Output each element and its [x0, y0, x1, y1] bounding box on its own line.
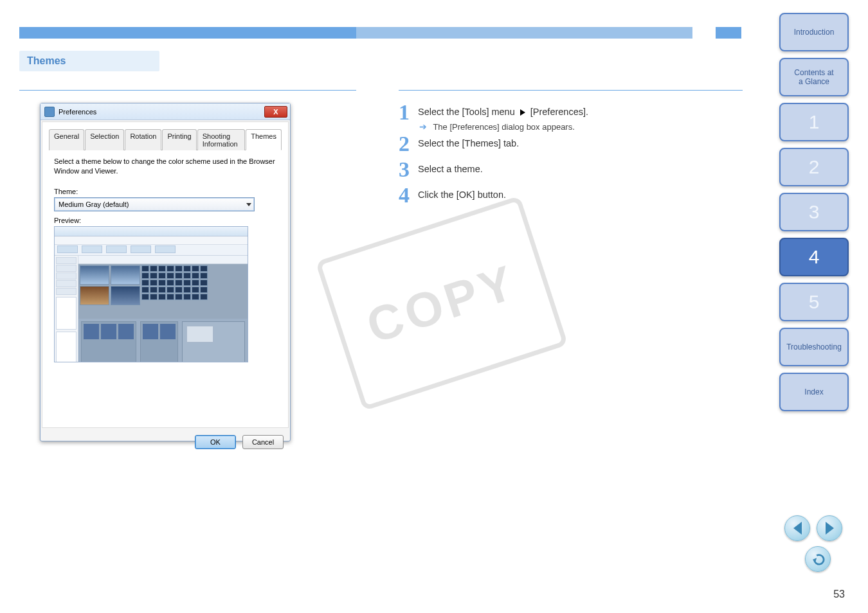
close-icon: X [273, 108, 278, 116]
tab-printing[interactable]: Printing [162, 129, 196, 150]
step-text: Select a theme. [418, 159, 736, 175]
nav-index[interactable]: Index [779, 373, 849, 411]
nav-column: Introduction Contents at a Glance 1 2 3 … [779, 13, 849, 411]
tab-content: Select a theme below to change the color… [49, 150, 282, 365]
ok-button[interactable]: OK [195, 435, 236, 449]
copy-watermark: COPY [315, 195, 568, 411]
nav-step-1[interactable]: 1 [779, 103, 849, 141]
return-icon [811, 552, 825, 566]
nav-number: 5 [809, 291, 820, 313]
step-text: Click the [OK] button. [418, 184, 736, 201]
step-number: 2 [399, 133, 418, 155]
watermark-text: COPY [360, 253, 524, 354]
divider-left [19, 90, 356, 91]
dialog-buttons: OK Cancel [41, 429, 290, 455]
nav-troubleshooting[interactable]: Troubleshooting [779, 328, 849, 366]
header-bar [19, 27, 692, 39]
nav-introduction[interactable]: Introduction [779, 13, 849, 51]
step-4: 4 Click the [OK] button. [399, 184, 736, 210]
steps-list: 1 Select the [Tools] menu [Preferences].… [399, 102, 736, 210]
step-number: 1 [399, 102, 418, 123]
prev-page-button[interactable] [784, 515, 810, 541]
page-number: 53 [833, 589, 845, 600]
step-3: 3 Select a theme. [399, 159, 736, 184]
section-heading-label: Themes [19, 55, 66, 66]
tab-selection[interactable]: Selection [85, 129, 124, 150]
nav-step-5[interactable]: 5 [779, 283, 849, 321]
theme-dropdown[interactable]: Medium Gray (default) [54, 197, 255, 211]
nav-step-2[interactable]: 2 [779, 148, 849, 186]
theme-label: Theme: [54, 188, 276, 195]
theme-selected-value: Medium Gray (default) [59, 200, 129, 208]
preview-label: Preview: [54, 217, 276, 224]
step-text: Select the [Themes] tab. [418, 133, 736, 150]
explain-text: Select a theme below to change the color… [54, 157, 276, 176]
dialog-body: General Selection Rotation Printing Shoo… [42, 121, 289, 428]
step-number: 3 [399, 159, 418, 181]
page-arrows [784, 515, 842, 541]
step-text-post: [Preferences]. [530, 107, 588, 117]
nav-number: 1 [809, 111, 820, 133]
step-text-pre: Select the [Tools] menu [418, 107, 518, 117]
section-heading: Themes [19, 51, 159, 71]
step-bullet: ➔ The [Preferences] dialog box appears. [418, 121, 736, 133]
return-button[interactable] [805, 546, 831, 572]
close-button[interactable]: X [264, 106, 287, 118]
step-bullet-text: The [Preferences] dialog box appears. [433, 122, 574, 132]
triangle-right-icon [826, 522, 834, 535]
triangle-left-icon [793, 522, 802, 535]
nav-contents[interactable]: Contents at a Glance [779, 58, 849, 96]
preferences-dialog: Preferences X General Selection Rotation… [40, 103, 291, 441]
cancel-button[interactable]: Cancel [242, 435, 284, 449]
nav-label: Contents at a Glance [794, 68, 833, 86]
step-number: 4 [399, 184, 418, 206]
arrow-icon: ➔ [418, 115, 431, 132]
step-2: 2 Select the [Themes] tab. [399, 133, 736, 159]
tabs: General Selection Rotation Printing Shoo… [49, 129, 282, 150]
nav-number: 2 [809, 156, 820, 178]
header-bar-right-segment [716, 27, 741, 39]
tab-themes[interactable]: Themes [246, 129, 282, 150]
nav-label: Troubleshooting [786, 342, 842, 351]
nav-step-3[interactable]: 3 [779, 193, 849, 231]
menu-arrow-icon [520, 109, 525, 116]
dialog-titlebar: Preferences X [41, 103, 290, 120]
nav-step-4[interactable]: 4 [779, 238, 849, 276]
next-page-button[interactable] [817, 515, 842, 541]
step-text: Select the [Tools] menu [Preferences]. ➔… [418, 102, 736, 133]
tab-general[interactable]: General [49, 129, 84, 150]
nav-number: 3 [809, 201, 820, 223]
nav-label: Introduction [794, 28, 835, 37]
chevron-down-icon [246, 203, 251, 206]
dialog-title: Preferences [59, 108, 96, 116]
app-icon [44, 107, 55, 117]
step-1: 1 Select the [Tools] menu [Preferences].… [399, 102, 736, 133]
divider-right [399, 90, 743, 91]
tab-shooting-info[interactable]: Shooting Information [197, 129, 246, 150]
tab-rotation[interactable]: Rotation [125, 129, 161, 150]
nav-number: 4 [809, 246, 820, 268]
nav-label: Index [804, 387, 823, 396]
preview-panel [54, 226, 248, 362]
